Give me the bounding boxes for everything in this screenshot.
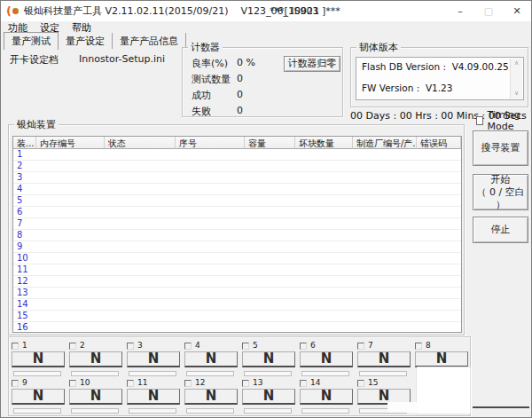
slot-10: 10N (69, 379, 122, 414)
table-row[interactable]: 16 (13, 322, 461, 333)
tab-1[interactable]: 量产测试 (4, 32, 59, 50)
obscured-progress-area (387, 402, 418, 413)
counter-reset-button[interactable]: 计数器归零 (284, 56, 340, 72)
slot-6: 6N (300, 342, 353, 377)
slot-status: N (184, 389, 238, 405)
slot-status: N (184, 351, 238, 367)
slot-checkbox-row: 12 (184, 379, 238, 387)
column-header-4[interactable]: 序号 (176, 137, 245, 149)
slot-status: N (300, 389, 353, 405)
slot-status: N (127, 389, 180, 405)
slot-12: 12N (184, 379, 238, 414)
minimize-icon[interactable]: – (446, 1, 474, 21)
slot-2: 2N (69, 342, 122, 377)
row-number: 11 (13, 264, 36, 275)
slot-number-label: 3 (137, 342, 143, 350)
table-row[interactable]: 6 (13, 207, 461, 218)
counter-row-label: 测试数量 (192, 73, 234, 89)
slot-checkbox[interactable] (357, 380, 364, 387)
slot-4: 4N (184, 342, 238, 377)
slot-checkbox-row: 13 (242, 379, 295, 387)
table-row[interactable]: 1 (13, 149, 461, 161)
table-row[interactable]: 8 (13, 230, 461, 241)
firmware-groupbox: 韧体版本 Flash DB Version : V4.09.00.25FW Ve… (350, 47, 528, 107)
slot-number-label: 2 (80, 342, 85, 350)
slot-checkbox[interactable] (12, 380, 19, 387)
slot-number-label: 1 (22, 342, 27, 350)
column-header-6[interactable]: 坏块数量 (295, 137, 353, 149)
app-logo-icon: ( (6, 6, 19, 17)
slot-checkbox-row: 4 (184, 342, 238, 350)
slot-progress-bar (129, 371, 176, 376)
slot-checkbox[interactable] (242, 380, 249, 387)
counter-row-3: 成功0 (192, 89, 255, 105)
table-row[interactable]: 11 (13, 264, 461, 276)
column-header-1[interactable]: 装... (13, 137, 36, 149)
slot-checkbox[interactable] (127, 343, 134, 350)
table-row[interactable]: 2 (13, 161, 461, 172)
table-row[interactable]: 3 (13, 172, 461, 184)
slot-status: N (300, 351, 353, 367)
tab-2[interactable]: 量产设定 (59, 33, 113, 49)
slot-checkbox[interactable] (300, 380, 307, 387)
table-row[interactable]: 10 (13, 253, 461, 264)
row-number: 1 (13, 149, 36, 160)
watermark-line (473, 406, 529, 408)
table-row[interactable]: 5 (13, 195, 461, 207)
tab-3[interactable]: 量产产品信息 (113, 33, 186, 49)
slot-checkbox[interactable] (357, 343, 364, 350)
search-devices-button[interactable]: 搜寻装置 (473, 130, 528, 166)
column-header-5[interactable]: 容量 (245, 137, 295, 149)
column-header-8[interactable]: 错误码 (417, 137, 461, 149)
table-row[interactable]: 4 (13, 184, 461, 195)
slot-progress-bar (244, 371, 292, 376)
slot-checkbox-row: 11 (127, 379, 180, 387)
slot-checkbox[interactable] (242, 343, 249, 350)
slot-status: N (357, 351, 411, 367)
table-row[interactable]: 14 (13, 299, 461, 311)
slot-checkbox[interactable] (127, 380, 134, 387)
slot-checkbox[interactable] (184, 343, 192, 350)
counter-rows: 良率(%)0 %测试数量0成功0失败0 (192, 57, 255, 121)
column-header-2[interactable]: 内存编号 (36, 137, 105, 149)
row-number: 5 (13, 195, 36, 206)
counter-row-2: 测试数量0 (192, 73, 255, 89)
row-number: 10 (13, 253, 36, 264)
counter-row-label: 成功 (192, 89, 234, 105)
slot-checkbox[interactable] (69, 380, 76, 387)
maximize-icon[interactable]: ▢ (474, 1, 503, 21)
table-row[interactable]: 12 (13, 276, 461, 288)
table-row[interactable]: 7 (13, 218, 461, 230)
slot-number-label: 5 (253, 342, 258, 350)
timing-mode-checkbox[interactable] (476, 116, 483, 125)
column-header-7[interactable]: 制造厂编号/产... (353, 137, 417, 149)
slot-checkbox[interactable] (300, 343, 307, 350)
scroll-down-icon[interactable]: ∨ (514, 91, 519, 97)
slot-7: 7N (357, 342, 411, 377)
slot-status: N (12, 351, 65, 367)
table-row[interactable]: 15 (13, 311, 461, 322)
row-number: 6 (13, 207, 36, 217)
slot-checkbox-row: 15 (357, 379, 411, 387)
slot-status: N (127, 351, 180, 367)
slot-number-label: 7 (368, 342, 373, 350)
row-number: 3 (13, 172, 36, 183)
start-button[interactable]: 开始 （ 0 / 空白 ） (473, 174, 528, 210)
start-button-sublabel: （ 0 / 空白 ） (473, 186, 528, 211)
stop-button[interactable]: 停止 (473, 217, 528, 243)
slot-3: 3N (127, 342, 180, 377)
slot-checkbox[interactable] (12, 343, 19, 350)
slot-checkbox[interactable] (415, 343, 422, 350)
slot-progress-bar (359, 371, 407, 376)
table-row[interactable]: 9 (13, 241, 461, 253)
slot-checkbox[interactable] (184, 380, 192, 387)
slot-number-label: 11 (137, 379, 147, 387)
column-header-3[interactable]: 状态 (105, 137, 176, 149)
firmware-scrollbar[interactable]: ∧ ∨ (510, 59, 522, 99)
slot-checkbox-row: 10 (69, 379, 122, 387)
close-icon[interactable]: ✕ (503, 1, 531, 21)
slot-checkbox[interactable] (69, 343, 76, 350)
table-row[interactable]: 13 (13, 288, 461, 299)
counter-row-value: 0 (237, 73, 243, 89)
scroll-up-icon[interactable]: ∧ (514, 60, 519, 67)
